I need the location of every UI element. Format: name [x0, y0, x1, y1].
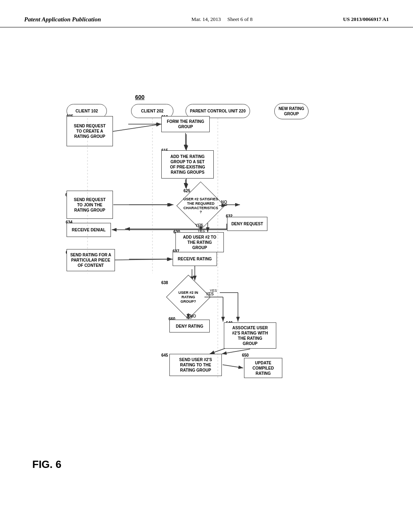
- diamond-user2-in-group: USER #2 IN RATING GROUP?: [166, 275, 211, 319]
- box-update-compiled: UPDATE COMPILED RATING: [244, 358, 282, 378]
- svg-line-29: [115, 259, 172, 260]
- actor-new-rating-group: NEW RATING GROUP: [274, 103, 309, 119]
- label-no-638: NO: [186, 316, 192, 320]
- header-sheet: Sheet 6 of 8: [227, 16, 252, 22]
- box-receive-denial: RECEIVE DENIAL: [67, 223, 111, 237]
- box-deny-rating: DENY RATING: [169, 320, 210, 332]
- label-650: 650: [242, 353, 249, 357]
- header-date-sheet: Mar. 14, 2013 Sheet 6 of 8: [192, 16, 253, 23]
- box-send-rating: SEND RATING FOR A PARTICULAR PIECE OF CO…: [67, 249, 115, 271]
- label-638: 638: [161, 281, 168, 285]
- header-patent-number: US 2013/0066917 A1: [343, 16, 389, 23]
- box-send-user2-rating: SEND USER #2'S RATING TO THE RATING GROU…: [169, 354, 222, 376]
- box-form-rating-group: FORM THE RATING GROUP: [161, 116, 210, 132]
- diagram-area: 600 CLIENT 102 CLIENT 202 PARENT CONTROL…: [0, 31, 413, 495]
- box-add-user2: ADD USER #2 TO THE RATING GROUP: [175, 232, 224, 252]
- box-associate-user: ASSOCIATE USER #2'S RATING WITH THE RATI…: [224, 322, 276, 349]
- diagram-number: 600: [135, 94, 144, 100]
- page-header: Patent Application Publication Mar. 14, …: [0, 0, 413, 27]
- header-publication-type: Patent Application Publication: [24, 16, 101, 23]
- page: Patent Application Publication Mar. 14, …: [0, 0, 413, 532]
- box-send-request-create: SEND REQUEST TO CREATE A RATING GROUP: [67, 116, 113, 146]
- label-yes-638: YES: [210, 289, 217, 293]
- label-645: 645: [161, 353, 168, 357]
- figure-label: FIG. 6: [32, 458, 61, 471]
- header-date: Mar. 14, 2013: [192, 16, 221, 22]
- box-add-rating-group: ADD THE RATING GROUP TO A SET OF PRE-EXI…: [161, 150, 214, 179]
- box-deny-request: DENY REQUEST: [227, 217, 267, 231]
- svg-line-19: [113, 124, 161, 131]
- svg-line-37: [223, 365, 243, 368]
- box-receive-rating: RECEIVE RATING: [173, 252, 217, 266]
- label-no-625: NO: [222, 203, 227, 207]
- box-send-request-join: SEND REQUEST TO JOIN THE RATING GROUP: [67, 191, 113, 219]
